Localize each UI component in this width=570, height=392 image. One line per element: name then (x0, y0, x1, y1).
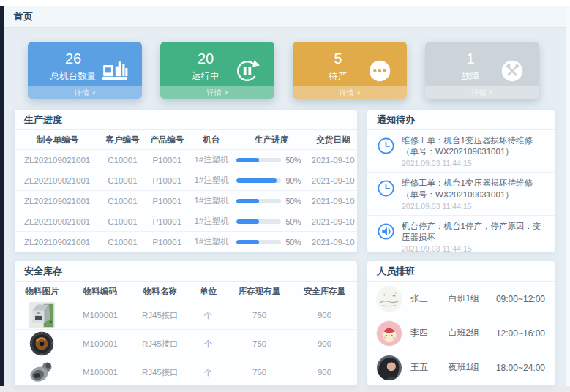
order-cell: ZL202109021001 (15, 191, 100, 211)
table-row: ZL202109021001 C10001 P10001 1#注塑机 50% (15, 191, 357, 211)
schedule-row: 张三 白班1组 09:00~12:00 (367, 282, 555, 316)
column-header: 客户编号 (100, 130, 145, 150)
table-row: M100001 RJ45接口 个 750 900 (15, 301, 357, 330)
column-header: 生产进度 (233, 130, 309, 150)
notification-item[interactable]: 机台停产：机台1停产，停产原因：变压器损坏 2021.09.03 11:44:1… (367, 216, 555, 252)
safety-qty-cell: 900 (292, 358, 357, 386)
notification-item[interactable]: 维修工单：机台1变压器损坏待维修（单号：WX202109031001） 2021… (367, 130, 555, 173)
table-header-row: 制令单编号客户编号产品编号机台生产进度交货日期 (15, 130, 357, 150)
progress-cell: 50% (233, 150, 309, 170)
column-header: 单位 (190, 282, 227, 301)
stat-value: 26 (65, 50, 81, 67)
detail-link[interactable]: 详情 > (425, 86, 539, 99)
order-cell: ZL202109021001 (15, 150, 100, 170)
progress-percent: 50% (285, 156, 304, 165)
notification-time: 2021.09.03 11:44:15 (402, 202, 547, 211)
shift-time: 12:00~16:00 (496, 328, 545, 339)
schedule-list: 张三 白班1组 09:00~12:00 李四 白班2组 12:00~16:00 … (367, 282, 555, 385)
order-cell: ZL202109021001 (15, 170, 100, 191)
shift-time: 09:00~12:00 (496, 294, 545, 304)
stat-text: 20 运行中 (172, 50, 239, 83)
progress-cell: 50% (233, 211, 309, 232)
progress-fill (236, 158, 258, 162)
person-name: 李四 (410, 327, 449, 339)
stat-card[interactable]: 20 运行中 详情 > (160, 42, 274, 99)
column-header: 物料名称 (131, 282, 190, 301)
product-cell: P10001 (145, 232, 190, 252)
machine-cell: 1#注塑机 (190, 211, 234, 232)
table-row: M100001 RJ45接口 个 750 900 (15, 330, 357, 358)
production-progress-panel: 生产进度 制令单编号客户编号产品编号机台生产进度交货日期 ZL202109021… (15, 110, 357, 252)
stock-qty-cell: 750 (227, 358, 292, 386)
product-cell: P10001 (145, 211, 190, 232)
progress-track (236, 240, 281, 244)
column-header: 产品编号 (145, 130, 190, 150)
stat-card[interactable]: 5 待产 详情 > (293, 42, 407, 99)
detail-link[interactable]: 详情 > (160, 86, 274, 99)
speaker-front-photo (29, 331, 55, 357)
avatar-pink-cartoon (377, 321, 402, 346)
table-row: ZL202109021001 C10001 P10001 1#注塑机 50% (15, 232, 357, 252)
column-header: 安全库存量 (292, 282, 357, 301)
unit-cell: 个 (190, 301, 227, 330)
table-row: ZL202109021001 C10001 P10001 1#注塑机 90% (15, 170, 357, 191)
machine-cell: 1#注塑机 (190, 191, 234, 211)
shift-label: 白班1组 (449, 293, 496, 305)
progress-fill (236, 178, 277, 183)
detail-link[interactable]: 详情 > (28, 86, 142, 99)
date-cell: 2021-09-10 (309, 150, 357, 170)
machine-icon (101, 59, 129, 83)
product-cell: P10001 (145, 170, 190, 191)
progress-fill (236, 199, 258, 203)
customer-cell: C10001 (100, 170, 145, 191)
stat-label: 总机台数量 (50, 70, 97, 83)
customer-cell: C10001 (100, 211, 145, 232)
order-cell: ZL202109021001 (15, 211, 100, 232)
safety-qty-cell: 900 (292, 330, 357, 358)
progress-track (236, 219, 281, 224)
product-cell: P10001 (145, 191, 190, 211)
stat-value: 5 (334, 50, 342, 67)
column-header: 物料编码 (70, 282, 131, 301)
table-row: ZL202109021001 C10001 P10001 1#注塑机 50% (15, 150, 357, 170)
material-name-cell: RJ45接口 (131, 330, 190, 358)
stat-label: 运行中 (192, 70, 220, 83)
shift-label: 白班2组 (449, 327, 496, 339)
order-cell: ZL202109021001 (15, 232, 100, 252)
notification-time: 2021.09.03 11:44:15 (402, 244, 547, 252)
unit-cell: 个 (190, 358, 227, 386)
column-header: 制令单编号 (15, 130, 100, 150)
stat-text: 1 故障 (437, 50, 504, 83)
panel-title: 生产进度 (15, 110, 357, 130)
stat-card[interactable]: 26 总机台数量 详情 > (28, 42, 142, 99)
stat-card[interactable]: 1 故障 详情 > (425, 42, 539, 99)
collapsed-sidebar-edge (0, 6, 4, 386)
stat-label: 待产 (329, 70, 348, 83)
progress-fill (236, 219, 258, 224)
notification-time: 2021.09.03 11:44:15 (402, 159, 547, 167)
notification-item[interactable]: 维修工单：机台1变压器损坏待维修（单号：WX202109031001） 2021… (367, 173, 555, 215)
right-scrollbar-track[interactable] (566, 6, 570, 386)
customer-cell: C10001 (100, 232, 145, 252)
table-row: M100001 RJ45接口 个 750 900 (15, 358, 357, 386)
bottom-scrollbar-track[interactable] (0, 386, 570, 392)
shift-label: 夜班1组 (449, 361, 496, 374)
schedule-row: 王五 夜班1组 18:00~24:00 (367, 350, 555, 385)
stock-qty-cell: 750 (227, 330, 292, 358)
speaker-icon (377, 222, 395, 241)
progress-percent: 50% (285, 238, 304, 246)
inventory-table: 物料图片物料编码物料名称单位库存现有量安全库存量 M100001 RJ45接口 … (15, 282, 357, 385)
person-name: 王五 (410, 361, 449, 374)
tab-bar: 首页 (4, 6, 566, 28)
date-cell: 2021-09-10 (309, 191, 357, 211)
notification-text: 机台停产：机台1停产，停产原因：变压器损坏 (402, 221, 547, 243)
column-header: 交货日期 (309, 130, 357, 150)
progress-fill (236, 240, 258, 244)
material-image-cell (15, 358, 70, 386)
ellipsis-icon (366, 59, 394, 83)
material-code-cell: M100001 (70, 301, 131, 330)
tab-home[interactable]: 首页 (14, 10, 33, 23)
detail-link[interactable]: 详情 > (293, 86, 407, 99)
material-code-cell: M100001 (70, 330, 131, 358)
avatar-sketch (377, 287, 402, 312)
